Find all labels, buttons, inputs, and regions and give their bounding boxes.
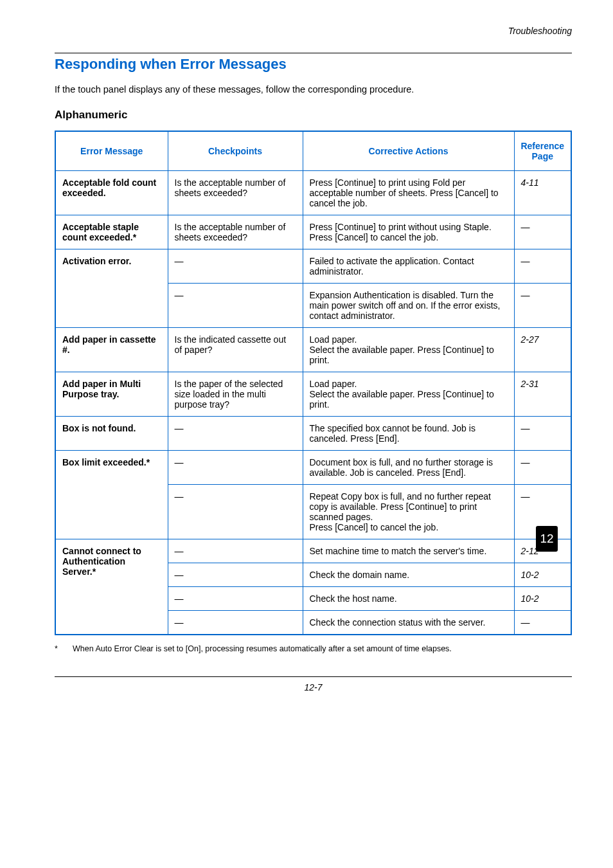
footnote: *When Auto Error Clear is set to [On], p… bbox=[55, 644, 572, 653]
checkpoint-cell: Is the indicated cassette out of paper? bbox=[168, 328, 303, 372]
table-row: Activation error.—Failed to activate the… bbox=[55, 249, 571, 284]
table-row: Add paper in Multi Purpose tray.Is the p… bbox=[55, 372, 571, 417]
corrective-action-cell: Document box is full, and no further sto… bbox=[303, 451, 514, 485]
reference-page-cell: — bbox=[514, 284, 571, 328]
corrective-action-cell: Check the domain name. bbox=[303, 563, 514, 587]
corrective-action-cell: Load paper. Select the available paper. … bbox=[303, 328, 514, 372]
col-corrective-actions: Corrective Actions bbox=[303, 131, 514, 171]
error-message-cell: Acceptable staple count exceeded.* bbox=[55, 215, 168, 249]
reference-page-cell: 2-27 bbox=[514, 328, 571, 372]
page-title: Responding when Error Messages bbox=[55, 56, 572, 73]
table-row: Box is not found.—The specified box cann… bbox=[55, 417, 571, 451]
footnote-marker: * bbox=[55, 644, 73, 653]
checkpoint-cell: — bbox=[168, 417, 303, 451]
col-reference-page: Reference Page bbox=[514, 131, 571, 171]
table-row: Acceptable staple count exceeded.*Is the… bbox=[55, 215, 571, 249]
intro-text: If the touch panel displays any of these… bbox=[55, 84, 572, 95]
error-message-cell: Add paper in cassette #. bbox=[55, 328, 168, 372]
reference-page-cell: 4-11 bbox=[514, 171, 571, 215]
corrective-action-cell: Failed to activate the application. Cont… bbox=[303, 249, 514, 284]
error-message-cell: Box limit exceeded.* bbox=[55, 451, 168, 539]
col-checkpoints: Checkpoints bbox=[168, 131, 303, 171]
reference-page-cell: 10-2 bbox=[514, 587, 571, 611]
error-message-cell: Cannot connect to Authentication Server.… bbox=[55, 539, 168, 635]
checkpoint-cell: — bbox=[168, 284, 303, 328]
reference-page-cell: — bbox=[514, 215, 571, 249]
checkpoint-cell: — bbox=[168, 485, 303, 539]
checkpoint-cell: Is the acceptable number of sheets excee… bbox=[168, 171, 303, 215]
corrective-action-cell: Check the host name. bbox=[303, 587, 514, 611]
checkpoint-cell: Is the paper of the selected size loaded… bbox=[168, 372, 303, 417]
table-row: Add paper in cassette #.Is the indicated… bbox=[55, 328, 571, 372]
error-messages-table: Error Message Checkpoints Corrective Act… bbox=[55, 131, 572, 635]
error-message-cell: Acceptable fold count exceeded. bbox=[55, 171, 168, 215]
section-subtitle: Alphanumeric bbox=[55, 109, 572, 122]
table-row: Acceptable fold count exceeded.Is the ac… bbox=[55, 171, 571, 215]
checkpoint-cell: — bbox=[168, 587, 303, 611]
reference-page-cell: — bbox=[514, 249, 571, 284]
checkpoint-cell: — bbox=[168, 451, 303, 485]
col-error-message: Error Message bbox=[55, 131, 168, 171]
reference-page-cell: — bbox=[514, 451, 571, 485]
page-number: 12-7 bbox=[55, 682, 572, 692]
corrective-action-cell: Press [Continue] to print without using … bbox=[303, 215, 514, 249]
error-message-cell: Box is not found. bbox=[55, 417, 168, 451]
checkpoint-cell: — bbox=[168, 563, 303, 587]
corrective-action-cell: Set machine time to match the server's t… bbox=[303, 539, 514, 563]
footer-rule bbox=[55, 676, 572, 677]
checkpoint-cell: — bbox=[168, 611, 303, 635]
reference-page-cell: 2-31 bbox=[514, 372, 571, 417]
corrective-action-cell: Press [Continue] to print using Fold per… bbox=[303, 171, 514, 215]
table-row: Cannot connect to Authentication Server.… bbox=[55, 539, 571, 563]
error-message-cell: Activation error. bbox=[55, 249, 168, 328]
reference-page-cell: 10-2 bbox=[514, 563, 571, 587]
corrective-action-cell: Check the connection status with the ser… bbox=[303, 611, 514, 635]
table-header-row: Error Message Checkpoints Corrective Act… bbox=[55, 131, 571, 171]
checkpoint-cell: Is the acceptable number of sheets excee… bbox=[168, 215, 303, 249]
reference-page-cell: — bbox=[514, 611, 571, 635]
footnote-text: When Auto Error Clear is set to [On], pr… bbox=[73, 644, 452, 653]
corrective-action-cell: Repeat Copy box is full, and no further … bbox=[303, 485, 514, 539]
corrective-action-cell: Load paper. Select the available paper. … bbox=[303, 372, 514, 417]
table-row: Box limit exceeded.*—Document box is ful… bbox=[55, 451, 571, 485]
error-message-cell: Add paper in Multi Purpose tray. bbox=[55, 372, 168, 417]
corrective-action-cell: Expansion Authentication is disabled. Tu… bbox=[303, 284, 514, 328]
chapter-tab: 12 bbox=[536, 526, 558, 552]
checkpoint-cell: — bbox=[168, 249, 303, 284]
corrective-action-cell: The specified box cannot be found. Job i… bbox=[303, 417, 514, 451]
reference-page-cell: — bbox=[514, 417, 571, 451]
checkpoint-cell: — bbox=[168, 539, 303, 563]
page-header-category: Troubleshooting bbox=[55, 26, 572, 36]
header-rule bbox=[55, 53, 572, 53]
